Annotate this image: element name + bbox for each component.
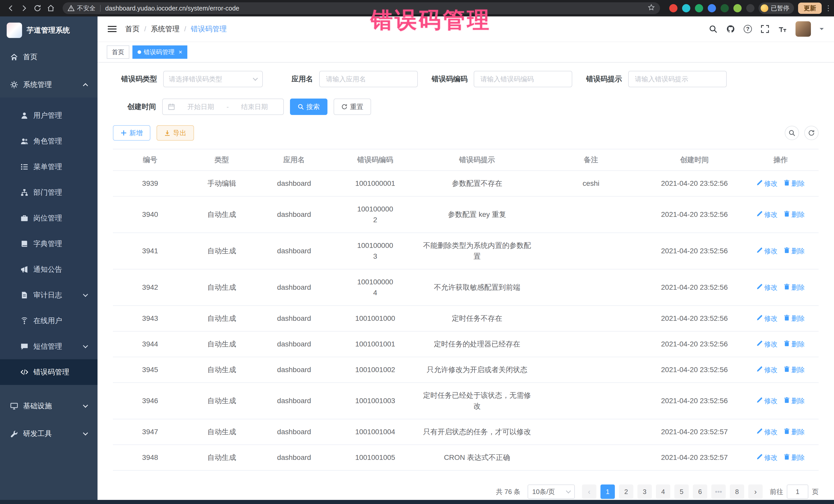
- error-code-input[interactable]: [474, 71, 572, 87]
- sidebar-item-notice[interactable]: 通知公告: [0, 257, 97, 282]
- table-row: 3943自动生成dashboard1001001000定时任务不存在2021-0…: [113, 306, 819, 331]
- fullscreen-icon[interactable]: [761, 25, 769, 34]
- sidebar-item-role-management[interactable]: 角色管理: [0, 128, 97, 154]
- reset-button[interactable]: 重置: [334, 98, 371, 115]
- page-size-select[interactable]: 10条/页: [528, 484, 575, 499]
- prev-page-button[interactable]: ‹: [582, 484, 596, 499]
- pager-page-button[interactable]: 8: [730, 484, 744, 499]
- extension-icon[interactable]: [695, 4, 703, 12]
- sidebar-item-dict-management[interactable]: 字典管理: [0, 231, 97, 257]
- row-edit-button[interactable]: 修改: [756, 283, 777, 292]
- breadcrumb-item[interactable]: 系统管理: [151, 24, 180, 34]
- toggle-search-icon[interactable]: [785, 126, 799, 140]
- close-icon[interactable]: ×: [179, 49, 182, 55]
- row-delete-button[interactable]: 删除: [784, 365, 805, 375]
- error-hint-input[interactable]: [628, 71, 727, 87]
- edit-icon: [756, 210, 763, 220]
- font-size-icon[interactable]: [778, 25, 787, 34]
- sidebar-item-menu-management[interactable]: 菜单管理: [0, 154, 97, 180]
- pager-page-button[interactable]: 4: [656, 484, 670, 499]
- filter-app-name: 应用名: [291, 71, 418, 87]
- row-delete-button[interactable]: 删除: [784, 453, 805, 463]
- search-icon[interactable]: [709, 25, 718, 34]
- security-chip[interactable]: 不安全: [68, 4, 95, 12]
- error-type-select[interactable]: 请选择错误码类型: [163, 71, 263, 87]
- pager-page-button[interactable]: 1: [600, 484, 615, 499]
- extension-icon[interactable]: [669, 4, 678, 12]
- row-edit-button[interactable]: 修改: [756, 210, 777, 220]
- row-edit-button[interactable]: 修改: [756, 453, 777, 463]
- pager-page-button[interactable]: 6: [693, 484, 707, 499]
- user-avatar[interactable]: [795, 21, 811, 37]
- export-button[interactable]: 导出: [156, 125, 194, 140]
- row-delete-button[interactable]: 删除: [784, 313, 805, 324]
- extension-icon[interactable]: [746, 4, 754, 12]
- row-delete-button[interactable]: 删除: [784, 246, 805, 256]
- row-edit-button[interactable]: 修改: [756, 396, 777, 406]
- extension-icon[interactable]: [708, 4, 716, 12]
- search-button[interactable]: 搜索: [290, 98, 327, 115]
- sidebar-item-error-code-management[interactable]: 错误码管理: [0, 359, 97, 385]
- sidebar-item-online-users[interactable]: 在线用户: [0, 308, 97, 334]
- row-edit-button[interactable]: 修改: [756, 365, 777, 375]
- row-delete-button[interactable]: 删除: [784, 283, 805, 292]
- pager-page-button[interactable]: 3: [637, 484, 652, 499]
- chevron-up-icon: [83, 83, 88, 88]
- back-icon[interactable]: [4, 2, 18, 15]
- address-bar[interactable]: 不安全 dashboard.yudao.iocoder.cn/system/er…: [63, 2, 660, 14]
- add-button[interactable]: 新增: [113, 125, 150, 140]
- kebab-menu-icon[interactable]: ⋮: [825, 6, 830, 10]
- pager-page-button[interactable]: 2: [619, 484, 633, 499]
- chevron-down-icon[interactable]: [820, 28, 824, 32]
- row-delete-button[interactable]: 删除: [784, 210, 805, 220]
- update-button[interactable]: 更新: [798, 3, 822, 14]
- date-range-picker[interactable]: 开始日期 - 结束日期: [162, 98, 284, 115]
- extension-icon[interactable]: [733, 4, 742, 12]
- row-edit-button[interactable]: 修改: [756, 427, 777, 437]
- extension-icon[interactable]: [682, 4, 690, 12]
- row-delete-button[interactable]: 删除: [784, 179, 805, 189]
- tab-home[interactable]: 首页: [107, 45, 129, 59]
- sidebar-item-system-management[interactable]: 系统管理: [0, 72, 97, 97]
- extension-icon[interactable]: [721, 4, 729, 12]
- forward-icon[interactable]: [18, 2, 31, 15]
- help-icon[interactable]: ?: [744, 25, 752, 33]
- action-label: 删除: [791, 339, 805, 349]
- tab-error-code[interactable]: 错误码管理×: [132, 45, 187, 59]
- sidebar-item-dev-tools[interactable]: 研发工具: [0, 420, 97, 447]
- row-edit-button[interactable]: 修改: [756, 179, 777, 189]
- sidebar-item-infrastructure[interactable]: 基础设施: [0, 392, 97, 420]
- filter-label: 错误码编码: [432, 74, 467, 84]
- pager-page-button[interactable]: 5: [674, 484, 689, 499]
- pager-more-button[interactable]: •••: [711, 484, 726, 499]
- sidebar-item-user-management[interactable]: 用户管理: [0, 103, 97, 128]
- home-nav-icon[interactable]: [44, 2, 58, 15]
- refresh-table-icon[interactable]: [804, 126, 819, 140]
- action-label: 删除: [791, 210, 805, 220]
- row-delete-button[interactable]: 删除: [784, 339, 805, 349]
- app-logo[interactable]: 芋道管理系统: [0, 17, 97, 44]
- sidebar-item-dept-management[interactable]: 部门管理: [0, 180, 97, 205]
- sidebar-item-home[interactable]: 首页: [0, 44, 97, 70]
- security-warning-label: 不安全: [77, 4, 95, 12]
- sidebar-item-audit-log[interactable]: 审计日志: [0, 282, 97, 308]
- cell-id: 3945: [113, 357, 187, 382]
- row-edit-button[interactable]: 修改: [756, 339, 777, 349]
- sidebar-item-post-management[interactable]: 岗位管理: [0, 205, 97, 231]
- github-icon[interactable]: [726, 25, 735, 34]
- row-delete-button[interactable]: 删除: [784, 427, 805, 437]
- paused-badge[interactable]: 已暂停: [759, 3, 794, 14]
- url-text[interactable]: dashboard.yudao.iocoder.cn/system/error-…: [105, 5, 643, 12]
- row-edit-button[interactable]: 修改: [756, 313, 777, 324]
- row-delete-button[interactable]: 删除: [784, 396, 805, 406]
- hamburger-icon[interactable]: [108, 24, 116, 34]
- bookmark-star-icon[interactable]: [648, 4, 655, 13]
- tab-label: 错误码管理: [144, 48, 175, 56]
- sidebar-item-sms-management[interactable]: 短信管理: [0, 334, 97, 359]
- app-name-input[interactable]: [319, 71, 418, 87]
- reload-icon[interactable]: [31, 2, 44, 15]
- row-edit-button[interactable]: 修改: [756, 246, 777, 256]
- next-page-button[interactable]: ›: [748, 484, 763, 499]
- breadcrumb-item[interactable]: 首页: [125, 24, 139, 34]
- jump-page-input[interactable]: [787, 484, 808, 499]
